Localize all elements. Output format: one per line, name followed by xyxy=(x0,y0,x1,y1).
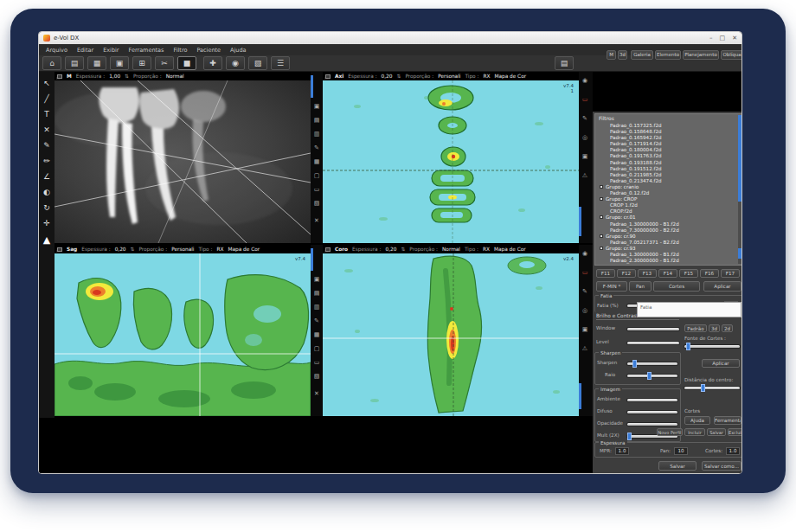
open-icon[interactable]: ▤ xyxy=(65,56,84,70)
distancia-slider-thumb[interactable] xyxy=(701,384,705,392)
fmin-button[interactable]: F-MIN * xyxy=(596,281,627,292)
vp3-tipo-value[interactable]: RX xyxy=(216,247,223,252)
list-item[interactable]: Padrao_1.30000000 - B1.f2d xyxy=(595,252,737,258)
strip2-rows-icon[interactable]: ▥ xyxy=(312,304,321,311)
list-group[interactable]: Grupo: cr.90 xyxy=(595,234,737,240)
save-icon[interactable]: ▦ xyxy=(87,56,106,70)
select-tool-icon[interactable]: ↖ xyxy=(41,77,53,89)
strip1-close-icon[interactable]: ✕ xyxy=(312,217,321,225)
preset-f13-button[interactable]: F13 xyxy=(638,269,657,278)
preset-f16-button[interactable]: F16 xyxy=(700,269,719,278)
measure-tool-icon[interactable]: ✏ xyxy=(41,155,53,167)
vp3-proporcao-value[interactable]: Personali xyxy=(171,247,194,252)
close-button[interactable]: ✕ xyxy=(732,35,737,42)
checkbox-icon[interactable] xyxy=(600,215,603,219)
vp1-proporcao-value[interactable]: Normal xyxy=(166,74,184,79)
difuso-slider[interactable] xyxy=(627,411,677,413)
strip2-table-icon[interactable]: ▦ xyxy=(312,331,321,339)
crop-icon[interactable]: ✂ xyxy=(155,56,174,70)
vp2-spinner-icon[interactable]: ⇅ xyxy=(397,74,401,79)
list-item[interactable]: Padrao_0.213474.f2d xyxy=(595,178,737,184)
cortes-button[interactable]: Cortes xyxy=(653,281,700,292)
menu-editar[interactable]: Editar xyxy=(77,47,93,54)
vp4-coronal-colormap-image[interactable]: v2.4 xyxy=(323,253,579,416)
checkbox-icon[interactable] xyxy=(600,185,603,189)
mult-slider-thumb[interactable] xyxy=(627,433,632,440)
rotate-tool-icon[interactable]: ↻ xyxy=(41,202,53,214)
filters-scrollbar[interactable] xyxy=(738,115,741,264)
vp4-scrollbar-thumb[interactable] xyxy=(579,383,581,409)
vp2-draw-icon[interactable]: ✎ xyxy=(581,115,589,123)
salvar-button[interactable]: Salvar xyxy=(658,461,696,471)
move-tool-icon[interactable]: ✛ xyxy=(41,217,53,229)
vp2-mapa-value[interactable]: Mapa de Cor xyxy=(494,74,526,79)
strip2-bar-icon[interactable]: ▭ xyxy=(312,359,321,367)
vp4-espessura-value[interactable]: 0,20 xyxy=(385,247,396,252)
list-item[interactable]: Padrao_1.30000000 - B1.f2d xyxy=(595,221,737,228)
strip1-frame-icon[interactable]: ▢ xyxy=(312,172,321,180)
list-group[interactable]: Grupo: cranio xyxy=(595,184,737,190)
vp4-mapa-value[interactable]: Mapa de Cor xyxy=(494,247,526,252)
filters-scrollbar-thumb2[interactable] xyxy=(738,248,741,259)
contrast-tool-icon[interactable]: ◐ xyxy=(41,186,53,198)
list-item[interactable]: Padrao_0.180004.f2d xyxy=(595,147,737,153)
vp1-spinner-icon[interactable]: ⇅ xyxy=(125,74,129,79)
pencil-tool-icon[interactable]: ✎ xyxy=(41,139,53,151)
checkbox-icon[interactable] xyxy=(600,197,603,201)
list-item[interactable]: Padrao_7.05217371 - B2.f2d xyxy=(595,240,737,246)
vp2-espessura-value[interactable]: 0,20 xyxy=(382,74,393,79)
opacidade-slider[interactable] xyxy=(627,423,677,426)
strip1-draw-icon[interactable]: ✎ xyxy=(312,144,321,152)
level-slider[interactable] xyxy=(627,342,679,344)
strip2-close-icon[interactable]: ✕ xyxy=(312,390,321,398)
ambiente-slider[interactable] xyxy=(627,399,677,401)
export-layout-icon[interactable]: ▤ xyxy=(555,56,574,70)
list-item[interactable]: Padrao_7.30000000 - B2.f2d xyxy=(595,228,737,234)
vp4-name[interactable]: Coro xyxy=(335,247,348,252)
aplicar-filtro-button[interactable]: Aplicar xyxy=(703,281,741,292)
strip1-capture-icon[interactable]: ▣ xyxy=(312,103,321,111)
list-item[interactable]: CROP 1.f2d xyxy=(595,202,737,208)
list-item[interactable]: Padrao_0.165942.f2d xyxy=(595,135,737,141)
angle-tool-icon[interactable]: ∠ xyxy=(41,170,53,183)
tab-m[interactable]: M xyxy=(607,50,616,60)
sharpen-slider-thumb[interactable] xyxy=(632,360,637,368)
vp4-tipo-value[interactable]: RX xyxy=(483,247,490,252)
list-item[interactable]: Padrao_2.30000000 - B1.f2d xyxy=(595,258,737,264)
strip2-capture-icon[interactable]: ▣ xyxy=(312,276,321,284)
vp3-mapa-value[interactable]: Mapa de Cor xyxy=(228,247,260,252)
tab-planejamento[interactable]: Planejamento xyxy=(683,50,719,60)
padrao-tab[interactable]: Padrão xyxy=(684,324,707,332)
cone-tool-icon[interactable]: ▲ xyxy=(41,234,53,247)
vp4-resize-icon[interactable] xyxy=(325,247,331,252)
vp2-proporcao-value[interactable]: Personali xyxy=(438,74,460,79)
home-icon[interactable]: ⌂ xyxy=(42,56,61,70)
list-group[interactable]: Grupo: cr.93 xyxy=(595,246,737,252)
incluir-button[interactable]: Incluir xyxy=(684,428,705,436)
vp2-print-icon[interactable]: ▣ xyxy=(581,153,589,161)
vp4-ruler-icon[interactable]: ▭ xyxy=(581,269,589,277)
fonte-cortes-slider-thumb[interactable] xyxy=(686,343,690,350)
strip2-frame-icon[interactable]: ▢ xyxy=(312,345,321,353)
cortes-value[interactable]: 1.0 xyxy=(726,447,740,455)
raio-slider-thumb[interactable] xyxy=(647,372,652,380)
checkbox-icon[interactable] xyxy=(600,234,603,238)
strip2-grid-icon[interactable]: ▤ xyxy=(312,290,321,298)
list-item[interactable]: Padrao_0.191763.f2d xyxy=(595,153,737,159)
strip2-draw-icon[interactable]: ✎ xyxy=(312,317,321,325)
vp4-warning-icon[interactable]: ⚠ xyxy=(581,345,589,353)
vp3-resize-icon[interactable] xyxy=(57,247,62,252)
salvar-perfil-button[interactable]: Salvar xyxy=(707,428,726,436)
tab-galeria[interactable]: Galeria xyxy=(631,50,653,60)
filters-scrollbar-thumb[interactable] xyxy=(738,115,741,202)
distancia-slider[interactable] xyxy=(684,387,740,389)
vp1-name[interactable]: M xyxy=(67,74,72,79)
3d-tab[interactable]: 3d xyxy=(709,324,720,332)
vp2-name[interactable]: Axi xyxy=(335,74,343,79)
tab-3d[interactable]: 3d xyxy=(618,50,627,60)
vp1-resize-icon[interactable] xyxy=(57,74,62,79)
pan-button[interactable]: Pan xyxy=(629,281,652,292)
vp3-spinner-icon[interactable]: ⇅ xyxy=(131,247,135,252)
salvar-como-button[interactable]: Salvar como... xyxy=(702,461,741,471)
add-icon[interactable]: ✚ xyxy=(203,56,222,70)
